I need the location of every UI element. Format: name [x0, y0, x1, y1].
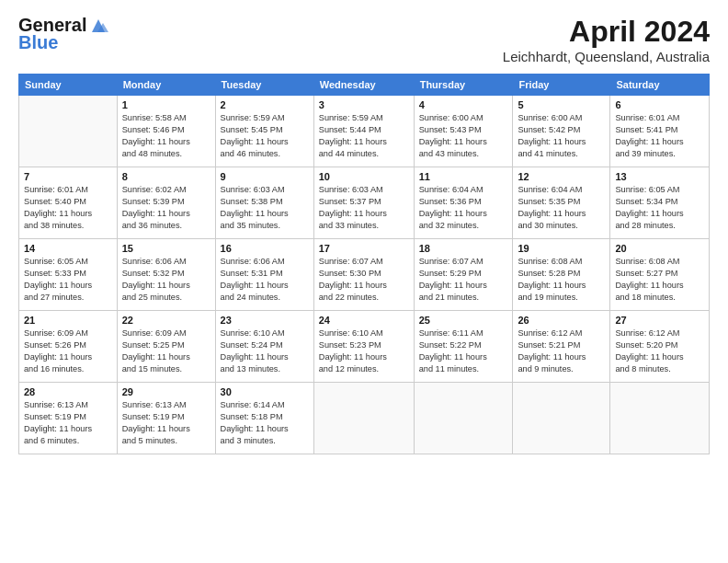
table-row: 15Sunrise: 6:06 AMSunset: 5:32 PMDayligh…: [117, 239, 215, 311]
table-row: 20Sunrise: 6:08 AMSunset: 5:27 PMDayligh…: [610, 239, 710, 311]
day-number: 9: [221, 171, 309, 182]
table-row: 29Sunrise: 6:13 AMSunset: 5:19 PMDayligh…: [117, 383, 215, 454]
table-row: 17Sunrise: 6:07 AMSunset: 5:30 PMDayligh…: [313, 239, 414, 311]
col-sunday: Sunday: [19, 75, 118, 96]
table-row: 1Sunrise: 5:58 AMSunset: 5:46 PMDaylight…: [117, 96, 215, 167]
day-info: Sunrise: 5:59 AMSunset: 5:44 PMDaylight:…: [319, 112, 409, 160]
day-info: Sunrise: 6:09 AMSunset: 5:25 PMDaylight:…: [122, 327, 210, 375]
table-row: 12Sunrise: 6:04 AMSunset: 5:35 PMDayligh…: [513, 167, 610, 239]
day-number: 12: [518, 171, 605, 182]
calendar-week-2: 7Sunrise: 6:01 AMSunset: 5:40 PMDaylight…: [19, 167, 710, 239]
day-info: Sunrise: 6:01 AMSunset: 5:40 PMDaylight:…: [24, 184, 112, 232]
day-info: Sunrise: 6:08 AMSunset: 5:27 PMDaylight:…: [615, 256, 704, 304]
day-number: 11: [419, 171, 508, 182]
calendar-week-3: 14Sunrise: 6:05 AMSunset: 5:33 PMDayligh…: [19, 239, 710, 311]
table-row: 4Sunrise: 6:00 AMSunset: 5:43 PMDaylight…: [414, 96, 513, 167]
day-number: 4: [419, 99, 508, 110]
table-row: 28Sunrise: 6:13 AMSunset: 5:19 PMDayligh…: [19, 383, 118, 454]
day-info: Sunrise: 6:03 AMSunset: 5:37 PMDaylight:…: [319, 184, 409, 232]
day-number: 23: [221, 315, 309, 326]
table-row: 26Sunrise: 6:12 AMSunset: 5:21 PMDayligh…: [513, 311, 610, 383]
day-info: Sunrise: 6:05 AMSunset: 5:33 PMDaylight:…: [24, 256, 112, 304]
day-number: 7: [24, 171, 112, 182]
day-info: Sunrise: 6:04 AMSunset: 5:35 PMDaylight:…: [518, 184, 605, 232]
day-number: 20: [615, 243, 704, 254]
table-row: 19Sunrise: 6:08 AMSunset: 5:28 PMDayligh…: [513, 239, 610, 311]
table-row: 16Sunrise: 6:06 AMSunset: 5:31 PMDayligh…: [215, 239, 313, 311]
table-row: 9Sunrise: 6:03 AMSunset: 5:38 PMDaylight…: [215, 167, 313, 239]
day-info: Sunrise: 6:11 AMSunset: 5:22 PMDaylight:…: [419, 327, 508, 375]
day-info: Sunrise: 6:13 AMSunset: 5:19 PMDaylight:…: [24, 399, 112, 447]
day-number: 18: [419, 243, 508, 254]
calendar-week-4: 21Sunrise: 6:09 AMSunset: 5:26 PMDayligh…: [19, 311, 710, 383]
day-number: 5: [518, 99, 605, 110]
day-number: 8: [122, 171, 210, 182]
table-row: [513, 383, 610, 454]
table-row: 24Sunrise: 6:10 AMSunset: 5:23 PMDayligh…: [313, 311, 414, 383]
table-row: 8Sunrise: 6:02 AMSunset: 5:39 PMDaylight…: [117, 167, 215, 239]
location-title: Leichhardt, Queensland, Australia: [503, 49, 710, 64]
day-number: 2: [221, 99, 309, 110]
table-row: [313, 383, 414, 454]
table-row: 22Sunrise: 6:09 AMSunset: 5:25 PMDayligh…: [117, 311, 215, 383]
table-row: [610, 383, 710, 454]
table-row: 27Sunrise: 6:12 AMSunset: 5:20 PMDayligh…: [610, 311, 710, 383]
title-block: April 2024 Leichhardt, Queensland, Austr…: [503, 15, 710, 64]
col-tuesday: Tuesday: [215, 75, 313, 96]
logo: General Blue: [18, 15, 108, 53]
day-number: 15: [122, 243, 210, 254]
col-monday: Monday: [117, 75, 215, 96]
table-row: 2Sunrise: 5:59 AMSunset: 5:45 PMDaylight…: [215, 96, 313, 167]
day-info: Sunrise: 6:09 AMSunset: 5:26 PMDaylight:…: [24, 327, 112, 375]
table-row: 5Sunrise: 6:00 AMSunset: 5:42 PMDaylight…: [513, 96, 610, 167]
table-row: 10Sunrise: 6:03 AMSunset: 5:37 PMDayligh…: [313, 167, 414, 239]
day-number: 17: [319, 243, 409, 254]
page: General Blue April 2024 Leichhardt, Quee…: [0, 0, 728, 563]
col-friday: Friday: [513, 75, 610, 96]
day-number: 30: [221, 386, 309, 397]
table-row: 18Sunrise: 6:07 AMSunset: 5:29 PMDayligh…: [414, 239, 513, 311]
day-number: 22: [122, 315, 210, 326]
day-info: Sunrise: 6:12 AMSunset: 5:20 PMDaylight:…: [615, 327, 704, 375]
day-info: Sunrise: 6:10 AMSunset: 5:23 PMDaylight:…: [319, 327, 409, 375]
day-number: 27: [615, 315, 704, 326]
col-saturday: Saturday: [610, 75, 710, 96]
day-info: Sunrise: 6:08 AMSunset: 5:28 PMDaylight:…: [518, 256, 605, 304]
day-number: 19: [518, 243, 605, 254]
day-number: 10: [319, 171, 409, 182]
day-number: 29: [122, 386, 210, 397]
table-row: 25Sunrise: 6:11 AMSunset: 5:22 PMDayligh…: [414, 311, 513, 383]
table-row: 7Sunrise: 6:01 AMSunset: 5:40 PMDaylight…: [19, 167, 118, 239]
table-row: 11Sunrise: 6:04 AMSunset: 5:36 PMDayligh…: [414, 167, 513, 239]
day-info: Sunrise: 6:02 AMSunset: 5:39 PMDaylight:…: [122, 184, 210, 232]
table-row: 21Sunrise: 6:09 AMSunset: 5:26 PMDayligh…: [19, 311, 118, 383]
day-info: Sunrise: 6:06 AMSunset: 5:32 PMDaylight:…: [122, 256, 210, 304]
day-number: 25: [419, 315, 508, 326]
col-thursday: Thursday: [414, 75, 513, 96]
day-number: 28: [24, 386, 112, 397]
day-number: 3: [319, 99, 409, 110]
day-info: Sunrise: 6:07 AMSunset: 5:30 PMDaylight:…: [319, 256, 409, 304]
day-info: Sunrise: 6:14 AMSunset: 5:18 PMDaylight:…: [221, 399, 309, 447]
table-row: 30Sunrise: 6:14 AMSunset: 5:18 PMDayligh…: [215, 383, 313, 454]
logo-icon: [88, 16, 108, 36]
header: General Blue April 2024 Leichhardt, Quee…: [18, 15, 710, 64]
table-row: 13Sunrise: 6:05 AMSunset: 5:34 PMDayligh…: [610, 167, 710, 239]
day-info: Sunrise: 6:03 AMSunset: 5:38 PMDaylight:…: [221, 184, 309, 232]
day-info: Sunrise: 6:01 AMSunset: 5:41 PMDaylight:…: [615, 112, 704, 160]
table-row: [414, 383, 513, 454]
day-info: Sunrise: 5:59 AMSunset: 5:45 PMDaylight:…: [221, 112, 309, 160]
day-number: 1: [122, 99, 210, 110]
day-info: Sunrise: 6:07 AMSunset: 5:29 PMDaylight:…: [419, 256, 508, 304]
table-row: [19, 96, 118, 167]
calendar-week-5: 28Sunrise: 6:13 AMSunset: 5:19 PMDayligh…: [19, 383, 710, 454]
day-info: Sunrise: 5:58 AMSunset: 5:46 PMDaylight:…: [122, 112, 210, 160]
day-info: Sunrise: 6:13 AMSunset: 5:19 PMDaylight:…: [122, 399, 210, 447]
calendar-header-row: Sunday Monday Tuesday Wednesday Thursday…: [19, 75, 710, 96]
calendar-week-1: 1Sunrise: 5:58 AMSunset: 5:46 PMDaylight…: [19, 96, 710, 167]
day-info: Sunrise: 6:12 AMSunset: 5:21 PMDaylight:…: [518, 327, 605, 375]
day-number: 24: [319, 315, 409, 326]
day-number: 16: [221, 243, 309, 254]
table-row: 23Sunrise: 6:10 AMSunset: 5:24 PMDayligh…: [215, 311, 313, 383]
day-number: 6: [615, 99, 704, 110]
